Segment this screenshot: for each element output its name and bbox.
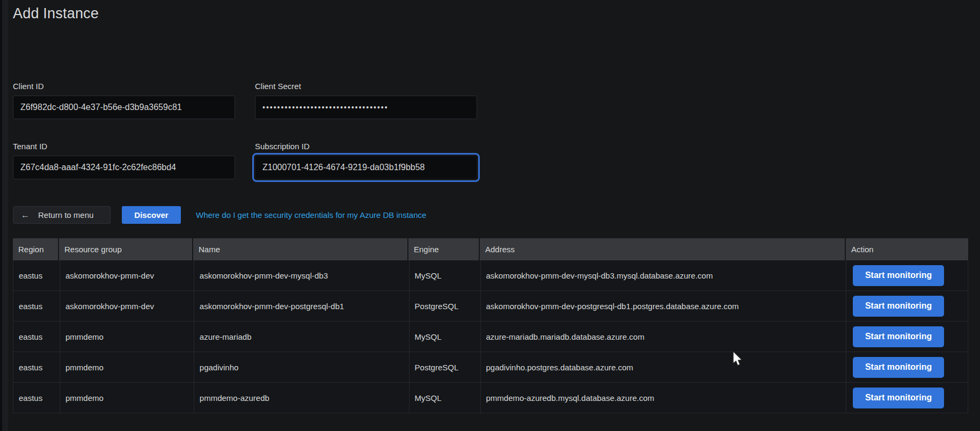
column-header-resource-group: Resource group — [59, 238, 193, 260]
subscription-id-field: Subscription ID — [255, 142, 477, 179]
cell-region: eastus — [13, 352, 60, 382]
discover-button[interactable]: Discover — [122, 206, 181, 224]
cell-region: eastus — [13, 291, 60, 321]
cell-engine: MySQL — [409, 260, 481, 290]
instances-table: Region Resource group Name Engine Addres… — [13, 238, 968, 413]
security-credentials-help-link[interactable]: Where do I get the security credentials … — [196, 210, 426, 220]
cell-action: Start monitoring — [846, 291, 968, 321]
table-row: eastus pmmdemo pmmdemo-azuredb MySQL pmm… — [13, 383, 968, 413]
cell-engine: PostgreSQL — [409, 291, 481, 321]
start-monitoring-button[interactable]: Start monitoring — [853, 296, 944, 317]
table-row: eastus askomorokhov-pmm-dev askomorokhov… — [13, 260, 968, 291]
cell-address: pmmdemo-azuredb.mysql.database.azure.com — [481, 383, 847, 413]
tenant-id-label: Tenant ID — [13, 142, 235, 151]
start-monitoring-button[interactable]: Start monitoring — [853, 326, 944, 347]
cell-name: pmmdemo-azuredb — [194, 383, 409, 413]
cell-region: eastus — [13, 383, 60, 413]
cell-action: Start monitoring — [846, 383, 968, 413]
cell-action: Start monitoring — [846, 352, 968, 382]
cell-region: eastus — [13, 322, 60, 352]
client-id-label: Client ID — [13, 82, 235, 91]
table-row: eastus pmmdemo pgadivinho PostgreSQL pga… — [13, 352, 968, 383]
column-header-engine: Engine — [408, 238, 480, 260]
subscription-id-label: Subscription ID — [255, 142, 477, 151]
column-header-action: Action — [846, 238, 968, 260]
cell-engine: MySQL — [409, 322, 481, 352]
cell-engine: PostgreSQL — [409, 352, 481, 382]
column-header-region: Region — [13, 238, 59, 260]
cell-resource-group: askomorokhov-pmm-dev — [60, 291, 194, 321]
client-secret-field: Client Secret — [255, 82, 477, 119]
cell-address: askomorokhov-pmm-dev-mysql-db3.mysql.dat… — [481, 260, 847, 290]
page-title: Add Instance — [13, 5, 99, 22]
cell-name: askomorokhov-pmm-dev-mysql-db3 — [194, 260, 409, 290]
cell-action: Start monitoring — [846, 260, 968, 290]
start-monitoring-button[interactable]: Start monitoring — [853, 265, 944, 286]
cell-resource-group: askomorokhov-pmm-dev — [60, 260, 194, 290]
tenant-id-input[interactable] — [13, 156, 235, 179]
cell-address: azure-mariadb.mariadb.database.azure.com — [481, 322, 847, 352]
column-header-name: Name — [193, 238, 408, 260]
cell-resource-group: pmmdemo — [60, 383, 194, 413]
start-monitoring-button[interactable]: Start monitoring — [853, 357, 944, 378]
table-row: eastus askomorokhov-pmm-dev askomorokhov… — [13, 291, 968, 322]
cell-address: askomorokhov-pmm-dev-postgresql-db1.post… — [481, 291, 847, 321]
subscription-id-input[interactable] — [255, 156, 477, 179]
cell-region: eastus — [13, 260, 60, 290]
client-secret-input[interactable] — [255, 96, 477, 119]
column-header-address: Address — [480, 238, 846, 260]
cell-name: azure-mariadb — [194, 322, 409, 352]
left-edge-strip — [2, 0, 8, 431]
arrow-left-icon: ← — [21, 210, 30, 220]
client-secret-label: Client Secret — [255, 82, 477, 91]
table-row: eastus pmmdemo azure-mariadb MySQL azure… — [13, 322, 968, 352]
client-id-field: Client ID — [13, 82, 235, 119]
cell-action: Start monitoring — [846, 322, 968, 352]
table-header-row: Region Resource group Name Engine Addres… — [13, 238, 968, 260]
cell-engine: MySQL — [409, 383, 481, 413]
cell-address: pgadivinho.postgres.database.azure.com — [481, 352, 847, 382]
client-id-input[interactable] — [13, 96, 235, 119]
return-to-menu-label: Return to menu — [38, 210, 93, 220]
start-monitoring-button[interactable]: Start monitoring — [853, 388, 944, 408]
cell-name: pgadivinho — [194, 352, 409, 382]
cell-name: askomorokhov-pmm-dev-postgresql-db1 — [194, 291, 409, 321]
cell-resource-group: pmmdemo — [60, 352, 194, 382]
table-body: eastus askomorokhov-pmm-dev askomorokhov… — [13, 260, 968, 413]
cell-resource-group: pmmdemo — [60, 322, 194, 352]
return-to-menu-button[interactable]: ← Return to menu — [13, 206, 111, 224]
form-actions-row: ← Return to menu Discover Where do I get… — [13, 206, 426, 224]
tenant-id-field: Tenant ID — [13, 142, 235, 179]
